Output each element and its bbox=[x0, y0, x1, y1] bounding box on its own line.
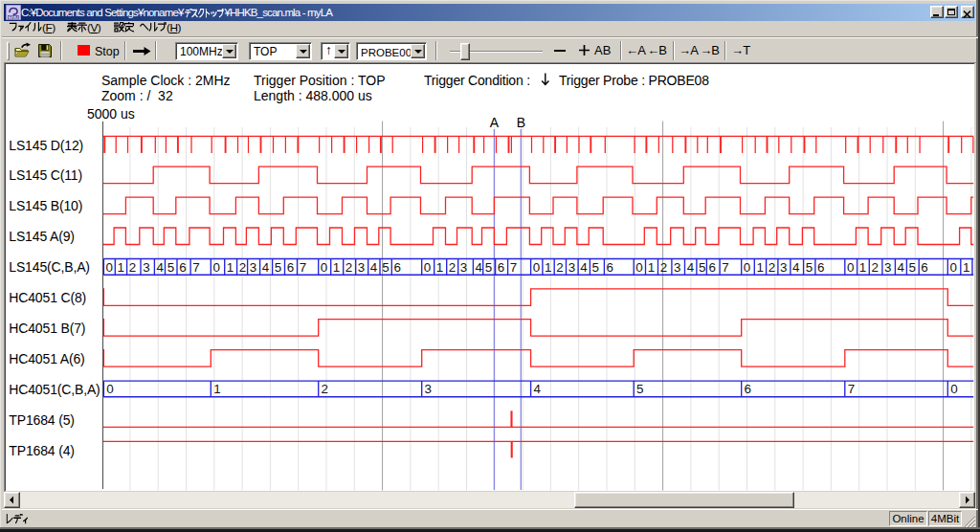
svg-text:A: A bbox=[490, 115, 500, 130]
svg-text:4: 4 bbox=[157, 260, 165, 275]
svg-text:5: 5 bbox=[592, 260, 599, 275]
svg-text:2: 2 bbox=[660, 260, 667, 275]
svg-text:4: 4 bbox=[370, 260, 378, 275]
svg-text:3: 3 bbox=[250, 260, 256, 275]
svg-text:5: 5 bbox=[909, 260, 916, 275]
svg-text:7: 7 bbox=[848, 382, 855, 396]
svg-text:2: 2 bbox=[768, 260, 775, 275]
svg-text:6: 6 bbox=[921, 260, 927, 275]
svg-text:3: 3 bbox=[143, 260, 149, 275]
svg-text:1: 1 bbox=[648, 260, 655, 275]
svg-text:1: 1 bbox=[859, 260, 866, 275]
svg-text:0: 0 bbox=[950, 382, 957, 396]
svg-text:3: 3 bbox=[358, 260, 365, 275]
svg-text:HC4051 C(8): HC4051 C(8) bbox=[9, 290, 86, 305]
svg-text:LS145(C,B,A): LS145(C,B,A) bbox=[9, 259, 90, 275]
svg-text:6: 6 bbox=[607, 260, 613, 275]
svg-text:4: 4 bbox=[476, 260, 483, 275]
svg-text:LS145 A(9): LS145 A(9) bbox=[9, 229, 75, 244]
svg-text:6: 6 bbox=[709, 260, 716, 275]
svg-text:HC4051(C,B,A): HC4051(C,B,A) bbox=[9, 382, 100, 397]
svg-text:6: 6 bbox=[393, 260, 400, 275]
svg-text:1: 1 bbox=[963, 260, 969, 275]
svg-text:0: 0 bbox=[847, 260, 854, 275]
svg-text:1: 1 bbox=[227, 260, 234, 275]
svg-text:2: 2 bbox=[556, 260, 563, 275]
svg-text:5: 5 bbox=[485, 260, 492, 275]
svg-text:HC4051 B(7): HC4051 B(7) bbox=[9, 321, 85, 336]
svg-text:2: 2 bbox=[129, 260, 136, 275]
svg-text:2: 2 bbox=[871, 260, 878, 275]
svg-text:1: 1 bbox=[756, 260, 763, 275]
svg-text:7: 7 bbox=[722, 260, 728, 275]
svg-text:7: 7 bbox=[300, 260, 306, 275]
svg-text:3: 3 bbox=[674, 260, 680, 275]
svg-text:7: 7 bbox=[510, 260, 517, 275]
svg-text:LS145 B(10): LS145 B(10) bbox=[9, 198, 82, 213]
svg-text:4: 4 bbox=[262, 260, 270, 275]
svg-text:2: 2 bbox=[345, 260, 352, 275]
svg-text:4: 4 bbox=[580, 260, 588, 275]
svg-text:4: 4 bbox=[687, 260, 695, 275]
svg-text:3: 3 bbox=[460, 260, 467, 275]
svg-text:5: 5 bbox=[382, 260, 389, 275]
svg-text:6: 6 bbox=[745, 382, 751, 396]
svg-text:TP1684 (5): TP1684 (5) bbox=[9, 412, 75, 428]
svg-text:5: 5 bbox=[167, 260, 174, 275]
svg-text:7: 7 bbox=[192, 260, 199, 275]
svg-text:0: 0 bbox=[212, 260, 219, 275]
svg-text:5: 5 bbox=[275, 260, 281, 275]
svg-text:2: 2 bbox=[322, 382, 328, 396]
svg-text:6: 6 bbox=[287, 260, 294, 275]
svg-text:0: 0 bbox=[321, 260, 327, 275]
svg-text:1: 1 bbox=[333, 260, 340, 275]
svg-text:HC4051 A(6): HC4051 A(6) bbox=[9, 351, 84, 366]
svg-text:6: 6 bbox=[498, 260, 504, 275]
svg-text:1: 1 bbox=[545, 260, 551, 275]
svg-text:0: 0 bbox=[949, 260, 956, 275]
svg-text:4: 4 bbox=[533, 382, 541, 396]
svg-text:3: 3 bbox=[425, 382, 432, 396]
svg-text:3: 3 bbox=[780, 260, 787, 275]
svg-text:1: 1 bbox=[117, 260, 123, 275]
svg-text:3: 3 bbox=[884, 260, 891, 275]
svg-text:0: 0 bbox=[635, 260, 642, 275]
svg-text:3: 3 bbox=[568, 260, 575, 275]
svg-text:6: 6 bbox=[817, 260, 824, 275]
svg-text:0: 0 bbox=[533, 260, 540, 275]
svg-text:0: 0 bbox=[106, 260, 113, 275]
svg-text:1: 1 bbox=[436, 260, 443, 275]
svg-text:2: 2 bbox=[239, 260, 246, 275]
svg-text:LS145 C(11): LS145 C(11) bbox=[9, 167, 82, 183]
svg-text:0: 0 bbox=[744, 260, 750, 275]
svg-text:2: 2 bbox=[449, 260, 456, 275]
svg-text:B: B bbox=[517, 115, 525, 130]
svg-text:5: 5 bbox=[636, 382, 643, 396]
svg-text:1: 1 bbox=[213, 382, 220, 396]
svg-text:5: 5 bbox=[699, 260, 705, 275]
svg-text:0: 0 bbox=[424, 260, 431, 275]
svg-text:TP1684 (4): TP1684 (4) bbox=[9, 443, 75, 458]
svg-text:4: 4 bbox=[898, 260, 905, 275]
svg-text:4: 4 bbox=[792, 260, 800, 275]
svg-text:LS145 D(12): LS145 D(12) bbox=[9, 138, 83, 153]
svg-text:5: 5 bbox=[806, 260, 813, 275]
svg-text:6: 6 bbox=[179, 260, 186, 275]
svg-text:0: 0 bbox=[106, 382, 113, 396]
